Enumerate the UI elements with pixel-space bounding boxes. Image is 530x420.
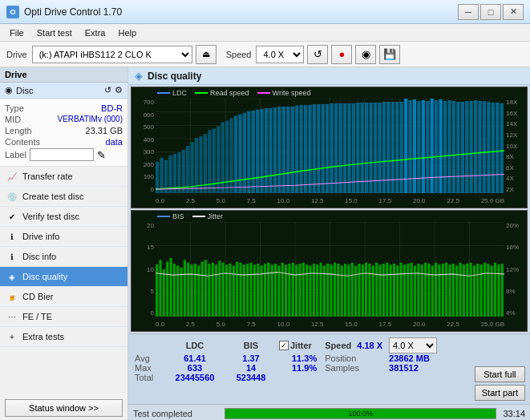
chart1-y-left: 700 600 500 400 300 200 100 0: [131, 99, 156, 193]
svg-rect-130: [222, 263, 225, 317]
svg-rect-44: [273, 107, 277, 193]
sidebar-item-transfer-rate[interactable]: 📈 Transfer rate: [0, 167, 127, 187]
drive-select[interactable]: (k:) ATAPI iHBS112 2 CLO K: [32, 46, 192, 63]
svg-rect-114: [166, 262, 168, 317]
stats-total-row: Total 23445560 523448: [135, 373, 437, 382]
svg-rect-193: [442, 264, 444, 317]
maximize-button[interactable]: □: [480, 4, 501, 20]
sidebar-item-disc-quality[interactable]: ◈ Disc quality: [0, 267, 127, 287]
sidebar-item-label: Disc quality: [22, 272, 67, 281]
minimize-button[interactable]: ─: [458, 4, 479, 20]
content-area: ◈ Disc quality LDC Read speed: [128, 67, 530, 420]
start-full-button[interactable]: Start full: [475, 366, 525, 382]
disc-button[interactable]: ◉: [355, 45, 376, 64]
status-window-button[interactable]: Status window >>: [5, 399, 123, 417]
drive-label: Drive: [6, 50, 27, 59]
label-edit-icon[interactable]: ✎: [97, 149, 106, 161]
jitter-checkbox[interactable]: ✓: [279, 341, 289, 350]
position-value: 23862 MB: [382, 353, 437, 363]
sidebar-item-label: Disc info: [22, 252, 56, 261]
svg-rect-18: [160, 158, 163, 193]
disc-info-icon: ℹ: [6, 251, 18, 262]
svg-rect-112: [159, 260, 161, 317]
speed-dropdown[interactable]: 4.0 X: [389, 337, 437, 353]
stats-avg-bis: 1.37: [223, 353, 279, 363]
stats-avg-label: Avg: [135, 353, 167, 363]
svg-rect-66: [369, 103, 372, 193]
svg-rect-177: [386, 263, 388, 317]
cd-bier-icon: 🍺: [6, 291, 18, 302]
charts-container: LDC Read speed Write speed 700 600 500: [128, 85, 530, 333]
speed-select[interactable]: 4.0 X: [256, 46, 304, 63]
svg-rect-148: [285, 265, 287, 317]
disc-quality-icon: ◈: [6, 271, 18, 282]
save-button[interactable]: 💾: [379, 45, 400, 64]
sidebar-item-cd-bier[interactable]: 🍺 CD Bier: [0, 287, 127, 307]
legend-write-speed: Write speed: [257, 89, 311, 97]
close-button[interactable]: ✕: [503, 4, 524, 20]
svg-rect-133: [233, 265, 235, 317]
disc-type-value: BD-R: [101, 103, 123, 113]
svg-rect-62: [352, 103, 355, 193]
svg-rect-46: [282, 107, 285, 193]
eject-button[interactable]: ⏏: [196, 45, 216, 64]
disc-gear-icon[interactable]: ⚙: [115, 85, 123, 95]
svg-rect-121: [191, 265, 193, 317]
sidebar-item-extra-tests[interactable]: + Extra tests: [0, 327, 127, 347]
svg-rect-115: [169, 258, 172, 317]
record-button[interactable]: ●: [331, 45, 352, 64]
svg-rect-59: [338, 103, 342, 193]
titlebar-left: O Opti Drive Control 1.70: [6, 6, 122, 18]
stats-max-ldc: 633: [167, 363, 223, 373]
svg-rect-139: [253, 265, 256, 317]
sidebar-item-disc-info[interactable]: ℹ Disc info: [0, 247, 127, 267]
sidebar-item-drive-info[interactable]: ℹ Drive info: [0, 227, 127, 247]
svg-rect-136: [243, 265, 245, 317]
svg-rect-192: [438, 265, 440, 317]
svg-rect-154: [305, 265, 308, 317]
svg-rect-181: [400, 263, 403, 317]
menu-start-test[interactable]: Start test: [30, 26, 79, 39]
stats-total-ldc: 23445560: [167, 373, 223, 382]
sidebar-item-label: Create test disc: [22, 192, 83, 201]
sidebar-item-verify-test-disc[interactable]: ✔ Verify test disc: [0, 207, 127, 227]
svg-rect-173: [372, 265, 374, 317]
disc-length-row: Length 23.31 GB: [5, 126, 123, 135]
svg-rect-153: [302, 263, 305, 317]
toolbar: Drive (k:) ATAPI iHBS112 2 CLO K ⏏ Speed…: [0, 42, 530, 67]
svg-rect-131: [225, 265, 228, 317]
svg-rect-163: [337, 264, 339, 317]
menu-file[interactable]: File: [3, 26, 30, 39]
refresh-button[interactable]: ↺: [307, 45, 328, 64]
menu-help[interactable]: Help: [111, 26, 143, 39]
stats-avg-jitter: 11.3%: [279, 353, 317, 363]
sidebar-item-create-test-disc[interactable]: 💿 Create test disc: [0, 187, 127, 207]
drive-info-icon: ℹ: [6, 231, 18, 242]
disc-refresh-icon[interactable]: ↺: [104, 85, 111, 95]
chart1-y-right: 18X 16X 14X 12X 10X 8X 6X 4X 2X: [504, 99, 527, 193]
legend-ldc: LDC: [157, 89, 187, 97]
disc-quality-header: ◈ Disc quality: [128, 67, 530, 85]
menu-extra[interactable]: Extra: [79, 26, 112, 39]
svg-rect-188: [424, 263, 427, 317]
svg-rect-40: [256, 110, 259, 193]
svg-rect-134: [236, 262, 238, 317]
svg-rect-165: [344, 264, 346, 317]
disc-label-input[interactable]: [30, 148, 94, 161]
svg-rect-161: [330, 265, 333, 317]
svg-rect-82: [439, 99, 442, 193]
sidebar-item-label: Transfer rate: [22, 172, 73, 181]
start-part-button[interactable]: Start part: [475, 385, 525, 401]
sidebar-item-fe-te[interactable]: ⋯ FE / TE: [0, 307, 127, 327]
stats-max-bis: 14: [223, 363, 279, 373]
svg-rect-87: [461, 102, 464, 193]
svg-rect-158: [319, 263, 322, 317]
disc-mid-row: MID VERBATIMv (000): [5, 115, 123, 124]
chart2-y-left: 20 15 10 5 0: [131, 222, 156, 317]
svg-rect-195: [448, 265, 451, 317]
progress-bar-fill: 100.0%: [225, 409, 496, 418]
svg-rect-51: [304, 105, 307, 193]
svg-rect-47: [286, 107, 289, 193]
status-bar: Test completed 100.0% 33:14: [128, 404, 530, 420]
samples-value: 381512: [382, 363, 437, 373]
